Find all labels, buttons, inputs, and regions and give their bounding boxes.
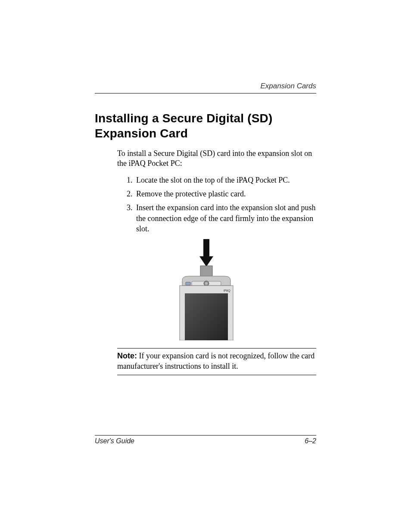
page-footer: User's Guide 6–2 [95,435,316,445]
page-heading: Installing a Secure Digital (SD) Expansi… [95,111,316,141]
svg-rect-0 [203,239,209,257]
device-label: iPAQ [224,289,230,292]
svg-point-5 [205,282,208,285]
running-header: Expansion Cards [95,82,316,93]
svg-rect-6 [186,282,190,285]
svg-rect-9 [185,293,228,340]
step-item: Insert the expansion card into the expan… [134,202,316,234]
device-illustration-icon: iPAQ [162,239,249,340]
note-text: If your expansion card is not recognized… [117,352,314,370]
footer-page-number: 6–2 [305,437,316,445]
steps-list: Locate the slot on the top of the iPAQ P… [128,175,316,234]
note-block: Note: If your expansion card is not reco… [117,348,316,375]
step-item: Remove the protective plastic card. [134,189,316,199]
step-item: Locate the slot on the top of the iPAQ P… [134,175,316,185]
svg-marker-1 [199,256,213,267]
figure-container: iPAQ [95,239,316,340]
note-label: Note: [117,352,137,360]
footer-left: User's Guide [95,437,134,445]
intro-paragraph: To install a Secure Digital (SD) card in… [117,149,316,169]
document-page: Expansion Cards Installing a Secure Digi… [0,0,411,375]
